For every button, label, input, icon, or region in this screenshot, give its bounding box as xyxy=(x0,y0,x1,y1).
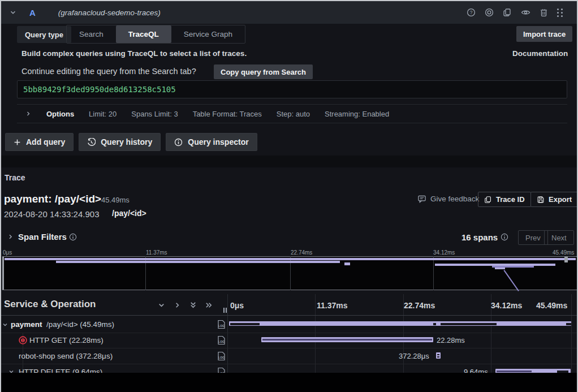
drag-handle-icon[interactable] xyxy=(557,8,563,17)
traceql-hint: Build complex queries using TraceQL to s… xyxy=(21,49,247,58)
log-icon[interactable]: LOG xyxy=(217,320,226,329)
collapse-all-icon[interactable] xyxy=(189,301,197,309)
span-row[interactable]: robot-shop send (372.28μs) xyxy=(19,352,113,360)
record-icon[interactable] xyxy=(485,8,494,17)
log-icon[interactable]: LOG xyxy=(217,335,226,345)
timeline-tick: 22.74ms xyxy=(404,301,435,310)
minimap-tick: 22.74ms xyxy=(291,249,312,256)
torn-edge xyxy=(1,373,578,392)
collapse-query-icon[interactable] xyxy=(9,8,17,16)
minimap-tick: 11.37ms xyxy=(146,249,167,256)
prev-span-button[interactable]: Prev xyxy=(518,230,548,245)
continue-editing-text: Continue editing the query from the Sear… xyxy=(21,67,196,76)
copy-query-from-search-button[interactable]: Copy query from Search xyxy=(214,64,313,79)
svg-text:LOG: LOG xyxy=(218,356,225,359)
option-step: Step: auto xyxy=(277,110,310,118)
option-limit: Limit: 20 xyxy=(89,110,117,118)
root-operation: /pay/<id> xyxy=(112,209,146,218)
svg-text:?: ? xyxy=(470,10,473,15)
span-bar-http-get[interactable] xyxy=(261,337,433,342)
documentation-link[interactable]: Documentation xyxy=(512,49,568,58)
tab-traceql[interactable]: TraceQL xyxy=(116,25,171,43)
import-trace-button[interactable]: Import trace xyxy=(516,26,572,42)
give-feedback-link[interactable]: Give feedback xyxy=(417,195,479,203)
minimap-right-handle[interactable] xyxy=(564,257,568,262)
span-bar-robot-shop-send[interactable] xyxy=(436,352,441,359)
minimap-span-bar xyxy=(5,258,576,260)
trace-timestamp: 2024-08-20 14:33:24.903 xyxy=(4,209,99,219)
query-type-label: Query type xyxy=(17,26,71,43)
query-history-button[interactable]: Query history xyxy=(79,133,161,151)
minimap-tick: 45.49ms xyxy=(553,249,574,256)
options-label[interactable]: Options xyxy=(46,110,74,118)
minimap-span-bar xyxy=(56,261,340,263)
minimap-left-handle[interactable] xyxy=(2,257,4,290)
comment-icon xyxy=(417,195,426,203)
timeline-tick: 11.37ms xyxy=(317,301,348,310)
span-filters-info-icon[interactable] xyxy=(69,233,77,241)
query-ref-id[interactable]: A xyxy=(29,8,36,18)
error-icon xyxy=(19,336,27,344)
tab-search[interactable]: Search xyxy=(67,25,116,43)
svg-text:LOG: LOG xyxy=(218,324,225,328)
timeline-tick: 0μs xyxy=(230,301,244,310)
minimap-tick: 0μs xyxy=(3,249,12,256)
log-icon[interactable]: LOG xyxy=(217,351,226,361)
options-row: Options Limit: 20 Spans Limit: 3 Table F… xyxy=(17,104,567,123)
column-resize-handle[interactable] xyxy=(223,308,227,313)
span-duration: 372.28μs xyxy=(399,352,429,360)
minimap-tick: 34.12ms xyxy=(433,249,455,256)
trash-icon[interactable] xyxy=(540,8,548,17)
save-icon xyxy=(537,196,545,204)
options-chevron-icon[interactable] xyxy=(25,110,32,117)
copy-icon xyxy=(484,196,492,204)
history-icon xyxy=(87,138,96,147)
trace-title: payment: /pay/<id> xyxy=(4,193,101,205)
help-icon[interactable]: ? xyxy=(467,8,476,17)
expand-all-icon[interactable] xyxy=(205,301,213,309)
query-inspector-button[interactable]: Query inspector xyxy=(166,133,257,151)
header-divider xyxy=(1,315,578,316)
span-duration: 22.28ms xyxy=(437,336,465,344)
minimap-span-bar xyxy=(344,262,350,265)
span-row[interactable]: HTTP GET (22.28ms) xyxy=(29,336,103,344)
query-type-tabs: Search TraceQL Service Graph xyxy=(66,25,245,44)
next-span-button[interactable]: Next xyxy=(544,230,574,245)
query-value: 5bb89429f3ded9950de8d613258c5105 xyxy=(23,85,176,94)
trace-id-button[interactable]: Trace ID xyxy=(478,192,531,207)
option-table-format: Table Format: Traces xyxy=(193,110,262,118)
collapse-one-icon[interactable] xyxy=(157,301,166,309)
row-collapse-icon[interactable] xyxy=(2,321,8,328)
span-bar-payment[interactable] xyxy=(229,321,571,326)
span-row[interactable]: payment /pay/<id> (45.49ms) xyxy=(11,320,114,329)
minimap-span-bar xyxy=(495,268,505,269)
span-count-info-icon[interactable] xyxy=(501,233,508,241)
plus-icon xyxy=(14,139,21,146)
expand-one-icon[interactable] xyxy=(173,301,182,309)
svg-text:LOG: LOG xyxy=(218,340,225,343)
tab-service-graph[interactable]: Service Graph xyxy=(171,25,245,43)
duplicate-icon[interactable] xyxy=(503,8,512,17)
eye-icon[interactable] xyxy=(521,8,530,17)
query-row-header: A (grafanacloud-sedemo-traces) ? xyxy=(1,1,578,24)
option-streaming: Streaming: Enabled xyxy=(325,110,389,118)
service-operation-header: Service & Operation xyxy=(4,299,96,310)
traceql-query-input[interactable]: 5bb89429f3ded9950de8d613258c5105 xyxy=(17,80,567,98)
trace-duration: 45.49ms xyxy=(101,196,130,204)
info-circle-icon xyxy=(174,138,183,147)
option-spans-limit: Spans Limit: 3 xyxy=(131,110,178,118)
span-count: 16 spans xyxy=(461,232,498,242)
add-query-button[interactable]: Add query xyxy=(5,133,74,151)
section-divider xyxy=(1,156,578,167)
minimap-gridline xyxy=(433,256,434,290)
grafana-trace-view: A (grafanacloud-sedemo-traces) ? Query t… xyxy=(0,0,578,392)
timeline-tick: 45.49ms xyxy=(536,301,567,310)
span-filters-chevron-icon[interactable] xyxy=(7,233,14,240)
timeline-tick: 34.12ms xyxy=(491,301,522,310)
query-actions: Add query Query history Query inspector xyxy=(5,133,257,151)
trace-panel-title: Trace xyxy=(5,173,25,182)
span-filters-label[interactable]: Span Filters xyxy=(18,232,67,242)
datasource-name[interactable]: (grafanacloud-sedemo-traces) xyxy=(58,8,161,17)
export-button[interactable]: Export xyxy=(530,192,578,207)
